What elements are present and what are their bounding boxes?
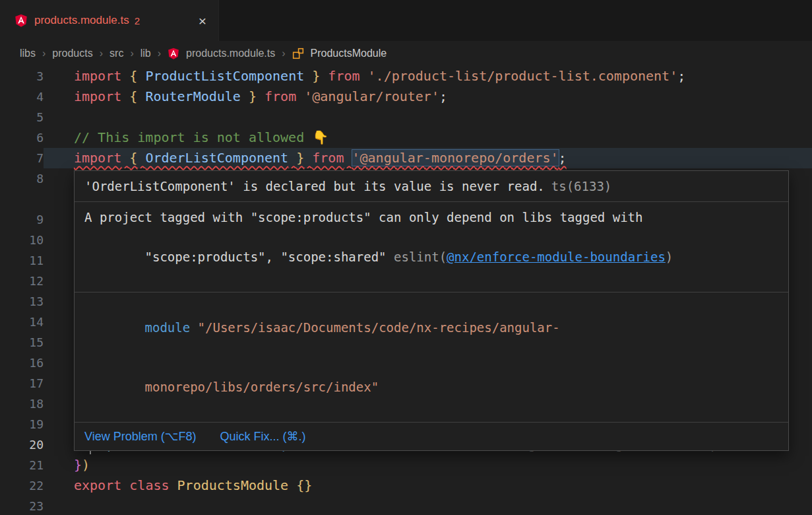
code-token: OrderListComponent (145, 150, 288, 166)
line-number[interactable]: 14 (0, 312, 44, 332)
code-token: 👇 (312, 129, 328, 145)
line-number[interactable]: 18 (0, 394, 44, 414)
code-token: from (265, 88, 296, 104)
code-token (137, 88, 145, 104)
code-line-22[interactable]: 22export class ProductsModule {} (0, 475, 812, 496)
line-number[interactable]: 3 (0, 66, 44, 86)
line-number[interactable]: 15 (0, 332, 44, 353)
breadcrumb-item-libs[interactable]: libs (20, 48, 36, 59)
line-number[interactable]: 19 (0, 414, 44, 434)
code-line-3[interactable]: 3import { ProductListComponent } from '.… (0, 66, 812, 86)
hover-ts-diagnostic: 'OrderListComponent' is declared but its… (75, 171, 788, 202)
hover-popup: 'OrderListComponent' is declared but its… (74, 170, 789, 451)
code-token: from (328, 68, 359, 84)
code-token (137, 68, 145, 84)
code-token: ) (82, 457, 90, 473)
code-token (304, 150, 312, 166)
code-token: { (129, 150, 137, 166)
breadcrumb-item-products[interactable]: products (52, 48, 92, 59)
line-number[interactable]: 4 (0, 86, 44, 107)
code-token (288, 150, 296, 166)
code-content: export class ProductsModule {} (44, 475, 812, 496)
code-token: {} (296, 477, 312, 493)
code-token: } (296, 150, 304, 166)
hover-module-info: module "/Users/isaac/Documents/code/nx-r… (75, 292, 788, 423)
angular-icon (168, 48, 179, 59)
code-token (288, 477, 296, 493)
code-token (121, 477, 129, 493)
line-number[interactable]: 12 (0, 271, 44, 291)
code-token (360, 68, 368, 84)
line-number[interactable]: 20 (0, 434, 44, 455)
code-line-21[interactable]: 21}) (0, 455, 812, 475)
code-content: import { ProductListComponent } from './… (44, 66, 812, 86)
code-line-23[interactable]: 23 (0, 496, 812, 515)
code-token: // This import is not allowed (74, 129, 312, 145)
line-number[interactable]: 21 (0, 455, 44, 475)
chevron-right-icon: › (158, 48, 161, 59)
module-path-line2: monorepo/libs/orders/src/index" (84, 357, 778, 417)
tab-problems-badge: 2 (135, 15, 140, 26)
angular-icon (15, 14, 28, 27)
code-token: ; (559, 150, 567, 166)
code-line-4[interactable]: 4import { RouterModule } from '@angular/… (0, 86, 812, 107)
line-number[interactable]: 10 (0, 230, 44, 250)
code-token: { (129, 88, 137, 104)
code-token: ; (439, 88, 447, 104)
line-number[interactable]: 23 (0, 496, 44, 515)
breadcrumb-item-src[interactable]: src (109, 48, 123, 59)
line-number[interactable]: 8 (0, 168, 44, 209)
code-token (304, 68, 312, 84)
code-token: import (74, 150, 121, 166)
hover-actions: View Problem (⌥F8) Quick Fix... (⌘.) (75, 423, 788, 450)
code-token: '@angular/router' (304, 88, 439, 104)
eslint-rule-link[interactable]: @nx/enforce-module-boundaries (447, 250, 666, 264)
code-token (170, 477, 177, 493)
chevron-right-icon: › (42, 48, 46, 59)
ts-error-code: ts(6133) (551, 179, 612, 193)
line-number[interactable]: 5 (0, 107, 44, 127)
ts-error-message: 'OrderListComponent' is declared but its… (84, 179, 545, 193)
code-token: '@angular-monorepo/orders' (352, 150, 559, 166)
eslint-message-line1: A project tagged with "scope:products" c… (84, 207, 778, 227)
line-number[interactable]: 6 (0, 127, 44, 148)
close-icon[interactable]: × (199, 14, 206, 28)
code-token (121, 88, 129, 104)
code-line-6[interactable]: 6// This import is not allowed 👇 (0, 127, 812, 148)
breadcrumb-item-file[interactable]: products.module.ts (186, 48, 275, 59)
class-symbol-icon (292, 48, 304, 59)
chevron-right-icon: › (100, 48, 103, 59)
code-token: ; (677, 68, 685, 84)
line-number[interactable]: 7 (0, 148, 44, 168)
chevron-right-icon: › (130, 48, 133, 59)
eslint-message-line2-text: "scope:products", "scope:shared" (145, 250, 394, 264)
code-token (121, 68, 129, 84)
module-keyword: module (145, 320, 191, 335)
view-problem-action[interactable]: View Problem (⌥F8) (84, 428, 196, 445)
breadcrumb-item-symbol[interactable]: ProductsModule (311, 48, 387, 59)
breadcrumb-item-lib[interactable]: lib (141, 48, 151, 59)
line-number[interactable]: 17 (0, 373, 44, 394)
quick-fix-action[interactable]: Quick Fix... (⌘.) (220, 428, 305, 445)
eslint-source-open: eslint( (394, 250, 447, 264)
hover-eslint-diagnostic: A project tagged with "scope:products" c… (75, 202, 788, 292)
code-content: // This import is not allowed 👇 (44, 127, 812, 148)
code-content: import { RouterModule } from '@angular/r… (44, 86, 812, 107)
breadcrumb: libs › products › src › lib › products.m… (0, 41, 812, 66)
code-token: } (249, 88, 257, 104)
line-number[interactable]: 11 (0, 250, 44, 271)
eslint-source-close: ) (666, 250, 673, 264)
code-line-7[interactable]: 7import { OrderListComponent } from '@an… (0, 148, 812, 168)
tab-products-module[interactable]: products.module.ts 2 × (0, 0, 219, 41)
code-line-5[interactable]: 5 (0, 107, 812, 127)
code-content (44, 496, 812, 515)
line-number[interactable]: 22 (0, 475, 44, 496)
line-number[interactable]: 16 (0, 353, 44, 373)
line-number[interactable]: 13 (0, 291, 44, 312)
module-path-part1: "/Users/isaac/Documents/code/nx-recipes/… (190, 320, 560, 335)
code-content: }) (44, 455, 812, 475)
code-token: } (74, 457, 82, 473)
code-token (137, 150, 145, 166)
line-number[interactable]: 9 (0, 209, 44, 230)
code-token (296, 88, 304, 104)
